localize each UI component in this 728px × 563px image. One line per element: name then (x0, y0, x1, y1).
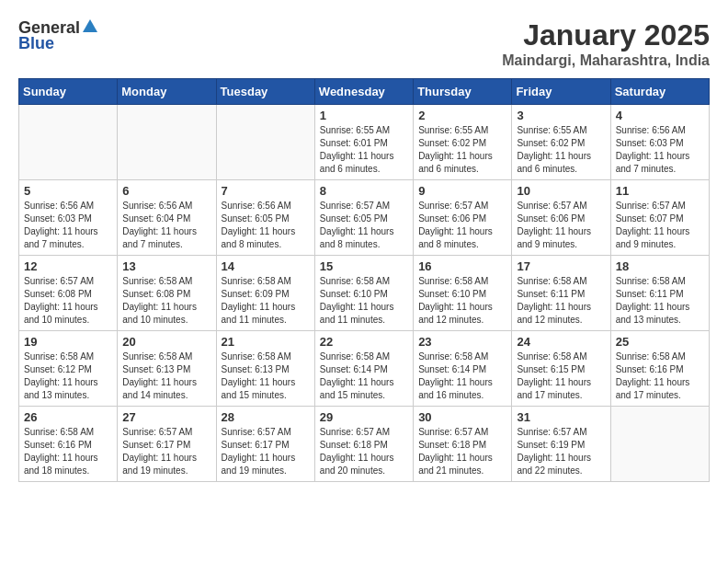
day-info: Sunrise: 6:58 AM Sunset: 6:12 PM Dayligh… (24, 350, 112, 402)
svg-marker-0 (83, 19, 97, 32)
calendar-cell (216, 105, 314, 180)
day-number: 9 (418, 184, 506, 198)
logo: General Blue (18, 18, 97, 53)
day-number: 5 (24, 184, 112, 198)
day-info: Sunrise: 6:57 AM Sunset: 6:18 PM Dayligh… (418, 426, 506, 477)
calendar-cell: 7Sunrise: 6:56 AM Sunset: 6:05 PM Daylig… (216, 180, 314, 256)
day-number: 25 (616, 335, 704, 349)
logo-triangle-icon (83, 19, 97, 36)
day-info: Sunrise: 6:58 AM Sunset: 6:11 PM Dayligh… (517, 275, 605, 327)
day-number: 20 (122, 335, 210, 349)
day-number: 30 (418, 410, 506, 424)
day-number: 19 (24, 335, 112, 349)
day-info: Sunrise: 6:58 AM Sunset: 6:13 PM Dayligh… (122, 350, 210, 402)
page-subtitle: Maindargi, Maharashtra, India (502, 52, 710, 69)
calendar-cell: 14Sunrise: 6:58 AM Sunset: 6:09 PM Dayli… (216, 256, 314, 331)
day-number: 24 (517, 335, 605, 349)
day-info: Sunrise: 6:58 AM Sunset: 6:15 PM Dayligh… (517, 350, 605, 402)
calendar-cell: 20Sunrise: 6:58 AM Sunset: 6:13 PM Dayli… (118, 331, 216, 407)
day-info: Sunrise: 6:55 AM Sunset: 6:02 PM Dayligh… (517, 124, 605, 176)
day-info: Sunrise: 6:58 AM Sunset: 6:13 PM Dayligh… (222, 350, 310, 402)
calendar-cell: 13Sunrise: 6:58 AM Sunset: 6:08 PM Dayli… (118, 256, 216, 331)
day-number: 4 (616, 109, 704, 122)
day-info: Sunrise: 6:58 AM Sunset: 6:11 PM Dayligh… (616, 275, 704, 327)
day-info: Sunrise: 6:57 AM Sunset: 6:18 PM Dayligh… (320, 426, 408, 477)
calendar-cell: 1Sunrise: 6:55 AM Sunset: 6:01 PM Daylig… (314, 105, 413, 180)
calendar-cell: 12Sunrise: 6:57 AM Sunset: 6:08 PM Dayli… (19, 256, 118, 331)
calendar-cell: 28Sunrise: 6:57 AM Sunset: 6:17 PM Dayli… (216, 407, 314, 482)
calendar-cell: 9Sunrise: 6:57 AM Sunset: 6:06 PM Daylig… (414, 180, 512, 256)
day-info: Sunrise: 6:58 AM Sunset: 6:10 PM Dayligh… (418, 275, 506, 327)
day-number: 1 (320, 109, 408, 122)
calendar-cell: 23Sunrise: 6:58 AM Sunset: 6:14 PM Dayli… (414, 331, 512, 407)
day-info: Sunrise: 6:58 AM Sunset: 6:09 PM Dayligh… (222, 275, 310, 327)
day-info: Sunrise: 6:58 AM Sunset: 6:14 PM Dayligh… (418, 350, 506, 402)
day-number: 12 (24, 259, 112, 273)
calendar-cell: 25Sunrise: 6:58 AM Sunset: 6:16 PM Dayli… (610, 331, 709, 407)
calendar: SundayMondayTuesdayWednesdayThursdayFrid… (18, 78, 710, 482)
day-number: 6 (122, 184, 210, 198)
calendar-cell: 29Sunrise: 6:57 AM Sunset: 6:18 PM Dayli… (314, 407, 413, 482)
page-title: January 2025 (502, 18, 710, 52)
day-number: 28 (222, 410, 310, 424)
day-number: 29 (320, 410, 408, 424)
calendar-cell: 3Sunrise: 6:55 AM Sunset: 6:02 PM Daylig… (512, 105, 610, 180)
weekday-header-wednesday: Wednesday (314, 79, 413, 105)
calendar-cell: 11Sunrise: 6:57 AM Sunset: 6:07 PM Dayli… (610, 180, 709, 256)
weekday-header-thursday: Thursday (414, 79, 512, 105)
weekday-header-saturday: Saturday (610, 79, 709, 105)
calendar-cell: 27Sunrise: 6:57 AM Sunset: 6:17 PM Dayli… (118, 407, 216, 482)
day-number: 17 (517, 259, 605, 273)
day-info: Sunrise: 6:57 AM Sunset: 6:17 PM Dayligh… (222, 426, 310, 477)
weekday-header-friday: Friday (512, 79, 610, 105)
calendar-cell: 10Sunrise: 6:57 AM Sunset: 6:06 PM Dayli… (512, 180, 610, 256)
weekday-header-sunday: Sunday (19, 79, 118, 105)
calendar-cell: 2Sunrise: 6:55 AM Sunset: 6:02 PM Daylig… (414, 105, 512, 180)
day-info: Sunrise: 6:57 AM Sunset: 6:08 PM Dayligh… (24, 275, 112, 327)
day-info: Sunrise: 6:57 AM Sunset: 6:06 PM Dayligh… (418, 200, 506, 251)
day-info: Sunrise: 6:57 AM Sunset: 6:19 PM Dayligh… (517, 426, 605, 477)
day-info: Sunrise: 6:56 AM Sunset: 6:03 PM Dayligh… (24, 200, 112, 251)
day-number: 8 (320, 184, 408, 198)
calendar-cell: 8Sunrise: 6:57 AM Sunset: 6:05 PM Daylig… (314, 180, 413, 256)
logo-blue-text: Blue (18, 34, 54, 53)
calendar-cell: 15Sunrise: 6:58 AM Sunset: 6:10 PM Dayli… (314, 256, 413, 331)
day-number: 27 (122, 410, 210, 424)
week-row-1: 1Sunrise: 6:55 AM Sunset: 6:01 PM Daylig… (19, 105, 710, 180)
week-row-2: 5Sunrise: 6:56 AM Sunset: 6:03 PM Daylig… (19, 180, 710, 256)
day-number: 18 (616, 259, 704, 273)
calendar-cell (19, 105, 118, 180)
day-number: 14 (222, 259, 310, 273)
calendar-cell: 16Sunrise: 6:58 AM Sunset: 6:10 PM Dayli… (414, 256, 512, 331)
day-number: 13 (122, 259, 210, 273)
weekday-header-monday: Monday (118, 79, 216, 105)
day-number: 31 (517, 410, 605, 424)
calendar-cell: 5Sunrise: 6:56 AM Sunset: 6:03 PM Daylig… (19, 180, 118, 256)
calendar-cell: 26Sunrise: 6:58 AM Sunset: 6:16 PM Dayli… (19, 407, 118, 482)
calendar-cell: 6Sunrise: 6:56 AM Sunset: 6:04 PM Daylig… (118, 180, 216, 256)
day-number: 23 (418, 335, 506, 349)
day-info: Sunrise: 6:57 AM Sunset: 6:17 PM Dayligh… (122, 426, 210, 477)
day-number: 10 (517, 184, 605, 198)
day-number: 2 (418, 109, 506, 122)
calendar-cell: 4Sunrise: 6:56 AM Sunset: 6:03 PM Daylig… (610, 105, 709, 180)
week-row-5: 26Sunrise: 6:58 AM Sunset: 6:16 PM Dayli… (19, 407, 710, 482)
calendar-cell (118, 105, 216, 180)
day-number: 21 (222, 335, 310, 349)
day-number: 15 (320, 259, 408, 273)
day-info: Sunrise: 6:56 AM Sunset: 6:03 PM Dayligh… (616, 124, 704, 176)
day-info: Sunrise: 6:56 AM Sunset: 6:05 PM Dayligh… (222, 200, 310, 251)
day-info: Sunrise: 6:57 AM Sunset: 6:05 PM Dayligh… (320, 200, 408, 251)
day-number: 26 (24, 410, 112, 424)
day-info: Sunrise: 6:58 AM Sunset: 6:14 PM Dayligh… (320, 350, 408, 402)
week-row-3: 12Sunrise: 6:57 AM Sunset: 6:08 PM Dayli… (19, 256, 710, 331)
day-info: Sunrise: 6:58 AM Sunset: 6:16 PM Dayligh… (24, 426, 112, 477)
day-info: Sunrise: 6:56 AM Sunset: 6:04 PM Dayligh… (122, 200, 210, 251)
day-number: 16 (418, 259, 506, 273)
calendar-cell (610, 407, 709, 482)
calendar-cell: 21Sunrise: 6:58 AM Sunset: 6:13 PM Dayli… (216, 331, 314, 407)
calendar-cell: 18Sunrise: 6:58 AM Sunset: 6:11 PM Dayli… (610, 256, 709, 331)
day-number: 7 (222, 184, 310, 198)
header: General Blue January 2025 Maindargi, Mah… (18, 18, 710, 69)
day-info: Sunrise: 6:57 AM Sunset: 6:06 PM Dayligh… (517, 200, 605, 251)
